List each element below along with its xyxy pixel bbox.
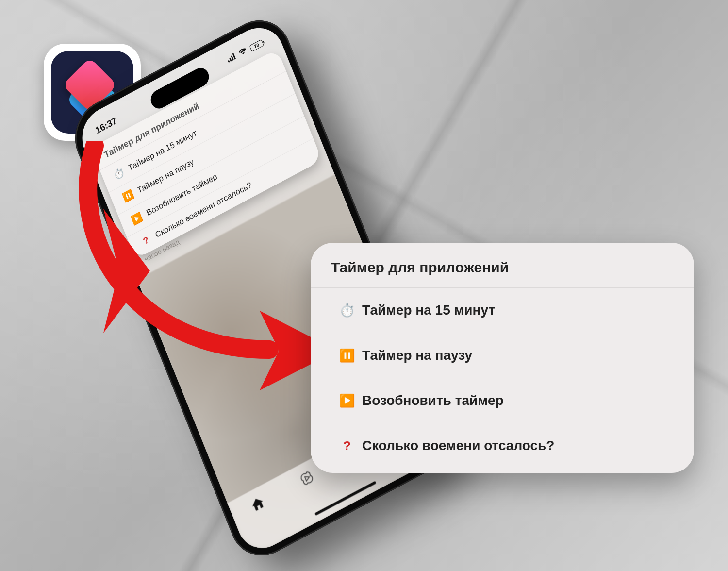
wifi-icon bbox=[237, 47, 248, 59]
callout-item-label: Возобновить таймер bbox=[362, 393, 504, 408]
svg-rect-0 bbox=[228, 60, 230, 63]
status-time: 16:37 bbox=[94, 115, 118, 136]
callout-item[interactable]: ⏸️ Таймер на паузу bbox=[311, 333, 694, 378]
tab-shorts[interactable] bbox=[298, 469, 317, 491]
stopwatch-icon: ⏱️ bbox=[339, 303, 355, 318]
callout-item[interactable]: ▶️ Возобновить таймер bbox=[311, 378, 694, 423]
callout-item[interactable]: ⏱️ Таймер на 15 минут bbox=[311, 288, 694, 333]
stopwatch-icon: ⏱️ bbox=[111, 166, 127, 182]
callout-popup: Таймер для приложений ⏱️ Таймер на 15 ми… bbox=[311, 243, 694, 473]
play-icon: ▶️ bbox=[129, 210, 145, 226]
tab-home[interactable] bbox=[249, 495, 267, 516]
pause-icon: ⏸️ bbox=[120, 188, 136, 204]
callout-item[interactable]: ? Сколько воемени отсалось? bbox=[311, 423, 694, 473]
question-icon: ? bbox=[138, 233, 153, 248]
battery-level: 70 bbox=[253, 42, 260, 49]
question-icon: ? bbox=[339, 438, 355, 453]
signal-icon bbox=[226, 52, 237, 65]
pause-icon: ⏸️ bbox=[339, 348, 355, 363]
callout-item-label: Сколько воемени отсалось? bbox=[362, 438, 554, 453]
battery-icon: 70 bbox=[249, 39, 264, 51]
callout-item-label: Таймер на паузу bbox=[362, 348, 472, 363]
play-icon: ▶️ bbox=[339, 393, 355, 408]
callout-item-label: Таймер на 15 минут bbox=[362, 302, 495, 318]
svg-rect-1 bbox=[229, 58, 232, 62]
callout-title: Таймер для приложений bbox=[311, 243, 694, 288]
